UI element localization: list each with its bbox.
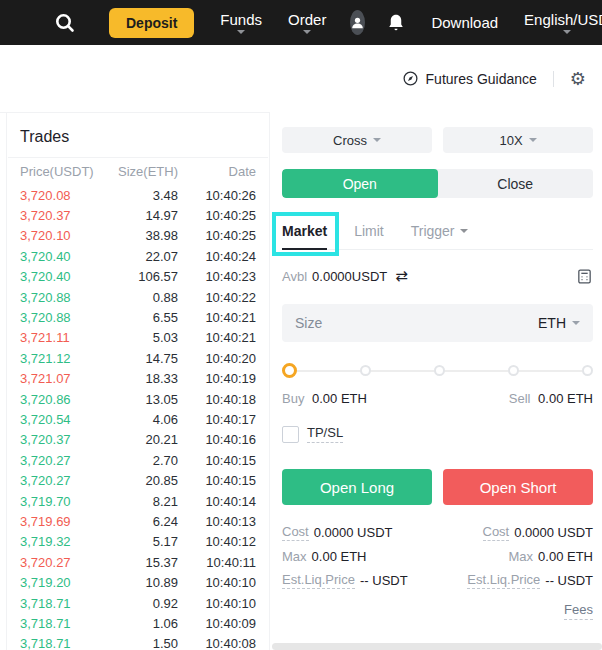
- trade-price: 3,720.40: [20, 269, 112, 284]
- tab-close[interactable]: Close: [438, 169, 594, 198]
- liq-label: Est.Liq.Price: [282, 572, 355, 589]
- slider-step[interactable]: [360, 365, 371, 376]
- trade-time: 10:40:25: [182, 228, 256, 243]
- stats-short-column: Cost 0.0000 USDT Max 0.00 ETH Est.Liq.Pr…: [467, 524, 593, 589]
- language-currency-selector[interactable]: English/USD: [524, 12, 602, 34]
- tpsl-label: TP/SL: [307, 425, 343, 443]
- futures-guidance-link[interactable]: Futures Guidance: [402, 70, 537, 87]
- trade-row[interactable]: 3,720.886.5510:40:21: [8, 307, 268, 327]
- trades-title: Trades: [20, 127, 256, 147]
- margin-leverage-row: Cross 10X: [282, 127, 593, 153]
- trade-row[interactable]: 3,720.2720.8510:40:15: [8, 470, 268, 490]
- calculator-icon[interactable]: [576, 268, 593, 285]
- trade-row[interactable]: 3,720.3720.2110:40:16: [8, 430, 268, 450]
- trade-size: 1.50: [112, 636, 182, 650]
- trade-price: 3,720.37: [20, 208, 112, 223]
- compass-icon: [402, 70, 419, 87]
- trade-size: 22.07: [112, 249, 182, 264]
- horizontal-scrollbar[interactable]: [272, 643, 602, 650]
- available-balance-row: Avbl 0.0000USDT ⇄: [282, 267, 593, 285]
- tpsl-checkbox[interactable]: [282, 426, 299, 443]
- trade-row[interactable]: 3,721.115.0310:40:21: [8, 328, 268, 348]
- deposit-button[interactable]: Deposit: [109, 8, 194, 38]
- trade-price: 3,719.70: [20, 494, 112, 509]
- trade-row[interactable]: 3,720.880.8810:40:22: [8, 287, 268, 307]
- trade-row[interactable]: 3,718.710.9210:40:10: [8, 593, 268, 613]
- trade-size: 18.33: [112, 371, 182, 386]
- trade-row[interactable]: 3,721.0718.3310:40:19: [8, 369, 268, 389]
- top-navbar: Deposit Funds Order Download English/USD: [0, 0, 602, 45]
- cost-label: Cost: [282, 524, 309, 541]
- nav-download[interactable]: Download: [431, 14, 498, 31]
- trade-row[interactable]: 3,718.711.5010:40:08: [8, 634, 268, 650]
- tpsl-row: TP/SL: [282, 425, 593, 443]
- trade-time: 10:40:10: [182, 596, 256, 611]
- max-value: 0.00 ETH: [312, 549, 367, 564]
- divider: [553, 71, 554, 87]
- transfer-swap-icon[interactable]: ⇄: [395, 267, 408, 285]
- trade-time: 10:40:12: [182, 534, 256, 549]
- max-label: Max: [509, 549, 534, 564]
- tab-open[interactable]: Open: [282, 169, 438, 198]
- size-input[interactable]: Size ETH: [282, 304, 593, 342]
- trade-row[interactable]: 3,720.8613.0510:40:18: [8, 389, 268, 409]
- open-short-button[interactable]: Open Short: [443, 469, 593, 505]
- trade-row[interactable]: 3,720.083.4810:40:26: [8, 185, 268, 205]
- nav-order[interactable]: Order: [288, 12, 326, 34]
- order-action-buttons: Open Long Open Short: [282, 469, 593, 505]
- trade-time: 10:40:18: [182, 392, 256, 407]
- trade-row[interactable]: 3,719.325.1710:40:12: [8, 532, 268, 552]
- slider-step[interactable]: [508, 365, 519, 376]
- trade-time: 10:40:11: [182, 555, 256, 570]
- tab-trigger[interactable]: Trigger: [411, 223, 468, 239]
- trade-size: 0.92: [112, 596, 182, 611]
- trade-price: 3,719.20: [20, 575, 112, 590]
- amount-slider[interactable]: [282, 363, 593, 378]
- trade-row[interactable]: 3,719.708.2110:40:14: [8, 491, 268, 511]
- tab-market[interactable]: Market: [282, 223, 327, 239]
- search-icon[interactable]: [53, 11, 77, 35]
- trade-time: 10:40:15: [182, 453, 256, 468]
- open-long-button[interactable]: Open Long: [282, 469, 432, 505]
- tab-limit[interactable]: Limit: [354, 223, 384, 239]
- stats-long-column: Cost 0.0000 USDT Max 0.00 ETH Est.Liq.Pr…: [282, 524, 408, 589]
- trade-price: 3,720.88: [20, 310, 112, 325]
- notifications-bell-icon[interactable]: [387, 13, 405, 33]
- size-placeholder: Size: [295, 315, 322, 331]
- settings-gear-icon[interactable]: ⚙: [570, 70, 586, 88]
- trade-size: 10.89: [112, 575, 182, 590]
- sell-value: 0.00 ETH: [538, 391, 593, 406]
- trade-row[interactable]: 3,720.3714.9710:40:25: [8, 205, 268, 225]
- profile-avatar-icon[interactable]: [350, 10, 365, 35]
- trade-price: 3,720.40: [20, 249, 112, 264]
- trade-row[interactable]: 3,720.2715.3710:40:11: [8, 552, 268, 572]
- fees-link[interactable]: Fees: [564, 602, 593, 620]
- trade-price: 3,718.71: [20, 636, 112, 650]
- trade-price: 3,720.10: [20, 228, 112, 243]
- trade-price: 3,721.11: [20, 330, 112, 345]
- trade-price: 3,720.86: [20, 392, 112, 407]
- slider-step[interactable]: [582, 365, 593, 376]
- size-unit-select[interactable]: ETH: [538, 315, 580, 331]
- trade-row[interactable]: 3,719.696.2410:40:13: [8, 511, 268, 531]
- trade-size: 3.48: [112, 188, 182, 203]
- trade-row[interactable]: 3,720.40106.5710:40:23: [8, 267, 268, 287]
- trades-column-headers: Price(USDT) Size(ETH) Date: [8, 158, 268, 185]
- leverage-select[interactable]: 10X: [443, 127, 593, 153]
- trade-row[interactable]: 3,720.1038.9810:40:25: [8, 226, 268, 246]
- trades-list: 3,720.083.4810:40:263,720.3714.9710:40:2…: [8, 185, 268, 650]
- trade-size: 6.24: [112, 514, 182, 529]
- trade-row[interactable]: 3,720.4022.0710:40:24: [8, 246, 268, 266]
- trade-row[interactable]: 3,719.2010.8910:40:10: [8, 572, 268, 592]
- trade-row[interactable]: 3,720.272.7010:40:15: [8, 450, 268, 470]
- trade-price: 3,720.27: [20, 473, 112, 488]
- trade-row[interactable]: 3,720.544.0610:40:17: [8, 409, 268, 429]
- trade-row[interactable]: 3,721.1214.7510:40:20: [8, 348, 268, 368]
- nav-funds[interactable]: Funds: [220, 12, 262, 34]
- trade-row[interactable]: 3,718.711.0610:40:09: [8, 613, 268, 633]
- margin-mode-select[interactable]: Cross: [282, 127, 432, 153]
- trade-size: 14.97: [112, 208, 182, 223]
- trade-price: 3,720.08: [20, 188, 112, 203]
- slider-step[interactable]: [434, 365, 445, 376]
- slider-handle[interactable]: [282, 363, 297, 378]
